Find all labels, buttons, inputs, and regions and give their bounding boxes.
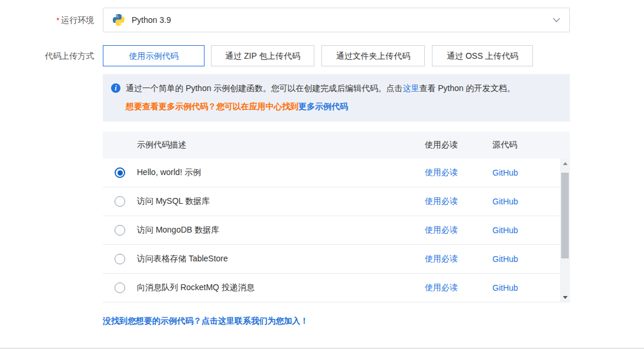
- github-link[interactable]: GitHub: [492, 168, 518, 177]
- scroll-down-button[interactable]: [560, 293, 570, 302]
- radio-mysql[interactable]: [115, 196, 125, 207]
- scrollbar-thumb[interactable]: [561, 173, 569, 258]
- github-link[interactable]: GitHub: [492, 226, 518, 235]
- table-row: 访问 MongoDB 数据库 使用必读 GitHub: [103, 216, 570, 245]
- contact-us-note[interactable]: 没找到您想要的示例代码？点击这里联系我们为您加入！: [103, 316, 570, 327]
- header-must-read: 使用必读: [425, 140, 492, 150]
- info-text-before: 通过一个简单的 Python 示例创建函数。您可以在创建完成后编辑代码。点击: [126, 83, 402, 93]
- docs-here-link[interactable]: 这里: [402, 83, 419, 93]
- tab-upload-folder[interactable]: 通过文件夹上传代码: [321, 45, 425, 66]
- radio-rocketmq[interactable]: [115, 283, 125, 293]
- chevron-down-icon: [552, 15, 561, 25]
- table-row: 访问表格存储 TableStore 使用必读 GitHub: [103, 245, 570, 274]
- table-row: 向消息队列 RocketMQ 投递消息 使用必读 GitHub: [103, 274, 570, 302]
- info-text: 通过一个简单的 Python 示例创建函数。您可以在创建完成后编辑代码。点击这里…: [126, 82, 515, 94]
- github-link[interactable]: GitHub: [492, 283, 518, 293]
- scroll-up-icon: [563, 162, 568, 165]
- table-scrollbar[interactable]: [560, 159, 570, 302]
- upload-method-row: 代码上传方式 使用示例代码 通过 ZIP 包上传代码 通过文件夹上传代码 通过 …: [0, 45, 644, 327]
- sample-description: 访问表格存储 TableStore: [137, 254, 425, 264]
- must-read-link[interactable]: 使用必读: [425, 254, 458, 263]
- bottom-divider: [0, 348, 644, 349]
- runtime-select[interactable]: Python 3.9: [103, 8, 570, 32]
- tab-use-sample-code[interactable]: 使用示例代码: [103, 45, 204, 66]
- more-samples-notice: 想要查看更多示例代码？您可以在应用中心找到更多示例代码: [126, 100, 561, 112]
- must-read-link[interactable]: 使用必读: [425, 196, 458, 206]
- radio-hello-world[interactable]: [115, 167, 125, 178]
- runtime-selected-value: Python 3.9: [132, 15, 552, 25]
- github-link[interactable]: GitHub: [492, 254, 518, 264]
- upload-method-tabs: 使用示例代码 通过 ZIP 包上传代码 通过文件夹上传代码 通过 OSS 上传代…: [103, 45, 570, 66]
- info-icon: i: [111, 83, 120, 93]
- create-function-form: *运行环境 Python 3.9 代码上传方式 使用示例代码 通过 ZIP 包上…: [0, 0, 644, 327]
- tab-upload-oss[interactable]: 通过 OSS 上传代码: [432, 45, 533, 66]
- sample-description: 向消息队列 RocketMQ 投递消息: [137, 283, 425, 293]
- table-row: 访问 MySQL 数据库 使用必读 GitHub: [103, 187, 570, 216]
- sample-description: 访问 MySQL 数据库: [137, 196, 425, 207]
- scroll-up-button[interactable]: [560, 159, 570, 169]
- python-icon: [113, 14, 125, 26]
- radio-tablestore[interactable]: [115, 254, 125, 264]
- more-samples-link[interactable]: 更多示例代码: [298, 102, 348, 111]
- table-header-row: 示例代码描述 使用必读 源代码: [103, 132, 570, 159]
- radio-mongodb[interactable]: [115, 225, 125, 236]
- scroll-down-icon: [563, 296, 568, 299]
- must-read-link[interactable]: 使用必读: [425, 167, 458, 177]
- runtime-row: *运行环境 Python 3.9: [0, 8, 644, 33]
- runtime-label: *运行环境: [0, 8, 103, 33]
- upload-method-label: 代码上传方式: [0, 45, 103, 66]
- sample-description: 访问 MongoDB 数据库: [137, 225, 425, 236]
- must-read-link[interactable]: 使用必读: [425, 283, 458, 292]
- more-samples-text: 想要查看更多示例代码？您可以在应用中心找到: [126, 102, 298, 111]
- sample-code-table: 示例代码描述 使用必读 源代码 Hello, world! 示例 使用必读 Gi…: [103, 132, 570, 302]
- sample-info-box: i 通过一个简单的 Python 示例创建函数。您可以在创建完成后编辑代码。点击…: [103, 74, 570, 122]
- header-description: 示例代码描述: [137, 140, 425, 150]
- scrollbar-track[interactable]: [560, 169, 570, 293]
- required-asterisk: *: [56, 16, 59, 25]
- must-read-link[interactable]: 使用必读: [425, 225, 458, 234]
- info-text-after: 查看 Python 的开发文档。: [419, 83, 515, 93]
- header-source: 源代码: [492, 140, 560, 150]
- table-row: Hello, world! 示例 使用必读 GitHub: [103, 159, 570, 187]
- github-link[interactable]: GitHub: [492, 197, 518, 206]
- runtime-label-text: 运行环境: [61, 15, 94, 25]
- sample-description: Hello, world! 示例: [137, 167, 425, 178]
- tab-upload-zip[interactable]: 通过 ZIP 包上传代码: [211, 45, 314, 66]
